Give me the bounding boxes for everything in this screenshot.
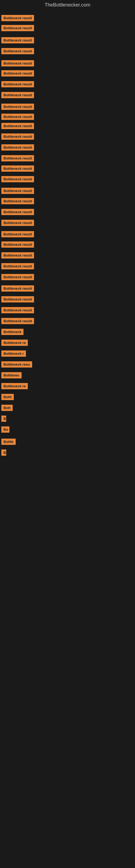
bottleneck-item: Bottleneck result	[1, 165, 34, 173]
bottleneck-item: Bo	[1, 426, 9, 434]
bottleneck-label: Bottleneck re	[1, 340, 28, 346]
bottleneck-item: Bott	[1, 405, 13, 412]
bottleneck-label: Bottleneck result	[1, 231, 34, 237]
bottleneck-item: Bottleneck result	[1, 81, 34, 88]
bottleneck-label: Bottleneck resu	[1, 361, 32, 368]
bottleneck-label: Bottl	[1, 394, 14, 400]
bottleneck-item: Bottleneck result	[1, 25, 34, 32]
bottleneck-label: Bottlenec	[1, 372, 21, 378]
bottleneck-item: Bottleneck result	[1, 37, 34, 44]
bottleneck-item: Bottleneck	[1, 329, 24, 336]
bottleneck-item: Bottleneck result	[1, 209, 34, 216]
bottleneck-label: Bottleneck result	[1, 274, 34, 280]
bottleneck-label: Bottleneck result	[1, 188, 34, 194]
bottleneck-label: Bottleneck result	[1, 133, 34, 140]
bottleneck-label: Bottleneck result	[1, 70, 34, 76]
bottleneck-item: Bottle	[1, 439, 16, 446]
bottleneck-label: Bottleneck result	[1, 209, 34, 215]
bottleneck-label: Bottleneck result	[1, 155, 34, 161]
bottleneck-item: B	[1, 450, 6, 457]
page-wrapper: TheBottlenecker.com Bottleneck resultBot…	[0, 0, 135, 868]
bottleneck-item: Bottleneck result	[1, 220, 34, 227]
bottleneck-item: Bottleneck result	[1, 241, 34, 249]
bottleneck-item: Bottleneck result	[1, 252, 34, 259]
bottleneck-label: Bottleneck result	[1, 104, 34, 110]
bottleneck-item: Bottleneck result	[1, 285, 34, 293]
bottleneck-item: Bottleneck result	[1, 263, 34, 271]
bottleneck-item: Bottleneck re	[1, 383, 28, 390]
bottleneck-item: Bottleneck result	[1, 307, 34, 314]
bottleneck-label: Bottleneck result	[1, 263, 34, 269]
bottleneck-label: Bottleneck result	[1, 296, 34, 303]
bottleneck-label: Bottleneck result	[1, 25, 34, 31]
bottleneck-label: Bottleneck result	[1, 114, 34, 120]
bottleneck-item: Bottleneck result	[1, 198, 34, 205]
bottleneck-item: Bottlenec	[1, 372, 21, 379]
bottleneck-label: Bottleneck result	[1, 144, 34, 151]
bottleneck-item: Bottleneck result	[1, 60, 34, 67]
bottleneck-label: Bottleneck result	[1, 318, 34, 324]
bottleneck-label: Bottleneck result	[1, 220, 34, 226]
bottleneck-label: Bottleneck result	[1, 81, 34, 87]
bottleneck-label: Bott	[1, 405, 13, 411]
bottleneck-label: Bottle	[1, 439, 16, 445]
bottleneck-item: Bottleneck r	[1, 350, 26, 358]
bottleneck-label: Bottleneck	[1, 329, 24, 335]
bottleneck-item: Bottleneck result	[1, 92, 34, 99]
bottleneck-label: Bottleneck result	[1, 15, 34, 21]
bottleneck-label: Bottleneck result	[1, 285, 34, 291]
bottleneck-label: Bottleneck result	[1, 198, 34, 204]
bottleneck-label: Bottleneck result	[1, 92, 34, 98]
bottleneck-label: Bottleneck result	[1, 252, 34, 258]
bottleneck-label: B	[1, 415, 6, 422]
bottleneck-label: Bottleneck result	[1, 241, 34, 248]
bottleneck-item: Bottleneck result	[1, 15, 34, 22]
bottleneck-item: Bottleneck re	[1, 340, 28, 347]
bottleneck-item: Bottleneck result	[1, 104, 34, 111]
bottleneck-label: Bottleneck result	[1, 48, 34, 54]
bottleneck-item: Bottleneck result	[1, 114, 34, 121]
bottleneck-item: Bottleneck result	[1, 296, 34, 304]
bottleneck-item: Bottleneck resu	[1, 361, 32, 369]
bottleneck-label: Bottleneck result	[1, 165, 34, 172]
bottleneck-label: Bottleneck result	[1, 307, 34, 313]
bottleneck-label: B	[1, 450, 6, 456]
bottleneck-items-container: Bottleneck resultBottleneck resultBottle…	[0, 10, 135, 868]
bottleneck-item: Bottleneck result	[1, 133, 34, 141]
bottleneck-item: Bottleneck result	[1, 176, 34, 183]
bottleneck-item: Bottleneck result	[1, 48, 34, 55]
bottleneck-label: Bottleneck result	[1, 60, 34, 66]
bottleneck-item: Bottleneck result	[1, 188, 34, 195]
bottleneck-label: Bottleneck result	[1, 123, 34, 129]
bottleneck-item: Bottleneck result	[1, 70, 34, 78]
site-title: TheBottlenecker.com	[0, 0, 135, 10]
bottleneck-item: Bottleneck result	[1, 318, 34, 325]
bottleneck-label: Bottleneck re	[1, 383, 28, 389]
bottleneck-label: Bottleneck r	[1, 350, 26, 357]
bottleneck-item: Bottleneck result	[1, 155, 34, 162]
bottleneck-label: Bottleneck result	[1, 176, 34, 182]
bottleneck-item: Bottl	[1, 394, 14, 401]
bottleneck-label: Bottleneck result	[1, 37, 34, 43]
bottleneck-item: Bottleneck result	[1, 144, 34, 152]
bottleneck-item: Bottleneck result	[1, 231, 34, 239]
bottleneck-item: Bottleneck result	[1, 274, 34, 281]
bottleneck-item: B	[1, 415, 6, 423]
bottleneck-item: Bottleneck result	[1, 123, 34, 130]
bottleneck-label: Bo	[1, 426, 9, 433]
